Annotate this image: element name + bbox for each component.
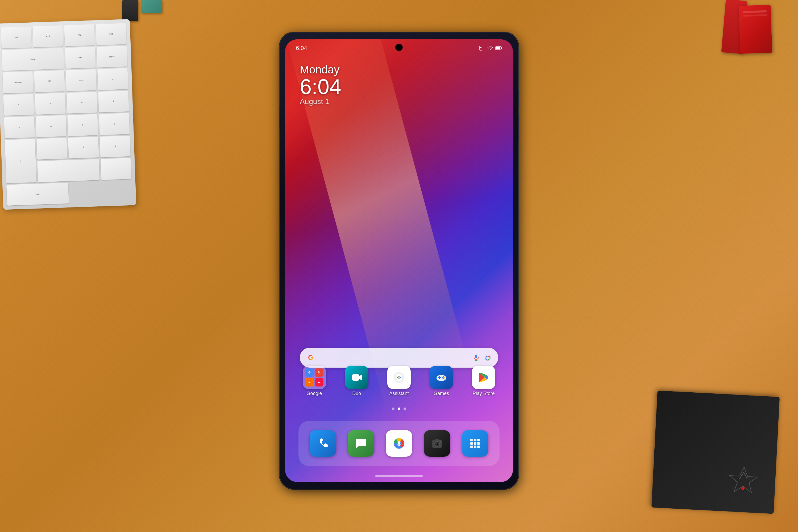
svg-rect-44 [474, 445, 476, 448]
app-label-games: Games [434, 391, 449, 396]
red-object-2 [739, 5, 772, 54]
app-item-playstore[interactable]: Play Store [472, 366, 495, 396]
svg-point-25 [443, 378, 444, 379]
app-label-duo: Duo [352, 391, 361, 396]
key-6[interactable]: 6 [99, 113, 130, 135]
key-f18[interactable]: F18 [65, 47, 96, 69]
page-dots [285, 407, 513, 410]
app-label-assistant: Assistant [389, 391, 408, 396]
voice-search-button[interactable] [472, 353, 481, 362]
key-8[interactable]: 8 [66, 92, 97, 114]
lens-search-button[interactable] [483, 353, 492, 362]
svg-rect-36 [440, 441, 441, 442]
phone-screen: 6:04 [285, 39, 513, 482]
page-dot-3 [403, 407, 406, 410]
key-5[interactable]: 5 [67, 114, 98, 136]
key-plus[interactable]: + [5, 139, 36, 183]
key-f14[interactable]: F14 [1, 26, 32, 48]
svg-rect-39 [477, 439, 480, 441]
svg-point-24 [444, 377, 445, 378]
dock-messages[interactable] [348, 430, 374, 457]
key-9[interactable]: 9 [98, 91, 129, 112]
svg-rect-12 [352, 374, 359, 381]
key-clear[interactable]: clear [66, 69, 97, 91]
svg-rect-45 [477, 445, 480, 448]
svg-point-23 [443, 376, 444, 377]
key-f16[interactable]: F16 [64, 24, 95, 46]
notebook-logo [727, 464, 760, 497]
key-1[interactable]: 1 [36, 138, 67, 159]
clock-widget: Monday 6:04 August 1 [300, 63, 341, 106]
page-dot-1 [392, 407, 395, 410]
svg-rect-38 [474, 439, 476, 441]
key-minus[interactable]: - [4, 116, 35, 138]
svg-rect-41 [474, 442, 476, 445]
app-label-google: Google [307, 391, 322, 396]
teal-object-top [141, 0, 162, 13]
svg-rect-43 [470, 445, 473, 448]
svg-marker-13 [359, 375, 362, 380]
key-7[interactable]: 7 [35, 93, 66, 115]
key-3[interactable]: 3 [100, 135, 131, 157]
app-row: G M ▶ ▶ Google Duo [293, 362, 505, 400]
dock-phone[interactable] [310, 430, 336, 457]
key-page-down[interactable]: page down [2, 71, 33, 93]
svg-point-16 [397, 377, 398, 378]
app-item-duo[interactable]: Duo [345, 366, 368, 396]
notebook [651, 391, 780, 514]
phone: 6:04 [279, 32, 519, 490]
status-time: 6:04 [296, 45, 307, 52]
sim-icon [479, 46, 485, 51]
status-icons [479, 46, 502, 51]
app-item-games[interactable]: Games [430, 366, 453, 396]
battery-icon [495, 46, 502, 50]
phone-body: 6:04 [279, 32, 519, 490]
app-item-google[interactable]: G M ▶ ▶ Google [303, 366, 326, 396]
camera-hole [396, 44, 402, 51]
dock-camera[interactable] [424, 430, 450, 457]
dock [299, 421, 499, 466]
clock-time: 6:04 [300, 76, 341, 97]
svg-rect-7 [496, 47, 500, 49]
key-2[interactable]: 2 [68, 136, 99, 158]
svg-rect-22 [439, 376, 440, 379]
svg-point-19 [398, 378, 400, 379]
svg-point-17 [400, 377, 401, 378]
dock-chrome[interactable] [386, 430, 412, 457]
svg-rect-8 [475, 355, 477, 358]
key-enter[interactable]: enter [6, 183, 69, 206]
key-f19[interactable]: F19 [34, 70, 65, 92]
app-label-playstore: Play Store [473, 391, 495, 396]
svg-rect-6 [501, 48, 502, 49]
svg-point-30 [398, 442, 400, 445]
svg-point-26 [442, 377, 443, 378]
home-indicator [375, 475, 423, 477]
svg-rect-40 [470, 442, 473, 445]
wifi-icon [487, 46, 493, 51]
key-f17[interactable]: F17 [96, 23, 127, 45]
key-4[interactable]: 4 [36, 115, 66, 137]
dock-oneplus[interactable] [462, 430, 488, 457]
clock-day: Monday [300, 63, 341, 76]
keyboard: F14 F15 F16 F17 home F18 page up page do… [0, 19, 136, 210]
key-equals[interactable]: = [97, 68, 128, 90]
key-page-up[interactable]: page up [97, 45, 128, 67]
key-home[interactable]: home [2, 48, 64, 71]
svg-rect-37 [470, 439, 473, 441]
svg-point-4 [490, 49, 491, 50]
google-g-logo: G [306, 353, 316, 363]
key-dot[interactable]: . [100, 158, 131, 180]
clock-date: August 1 [300, 97, 341, 106]
svg-rect-42 [477, 442, 480, 445]
svg-point-18 [398, 376, 400, 377]
key-0[interactable]: 0 [37, 159, 100, 182]
dark-object-top [122, 0, 138, 21]
svg-point-35 [436, 443, 437, 444]
key-f15[interactable]: F15 [33, 25, 63, 47]
app-item-assistant[interactable]: Assistant [387, 366, 411, 396]
svg-rect-3 [480, 47, 481, 48]
key-multiply[interactable]: * [3, 94, 34, 116]
page-dot-2 [398, 407, 400, 410]
